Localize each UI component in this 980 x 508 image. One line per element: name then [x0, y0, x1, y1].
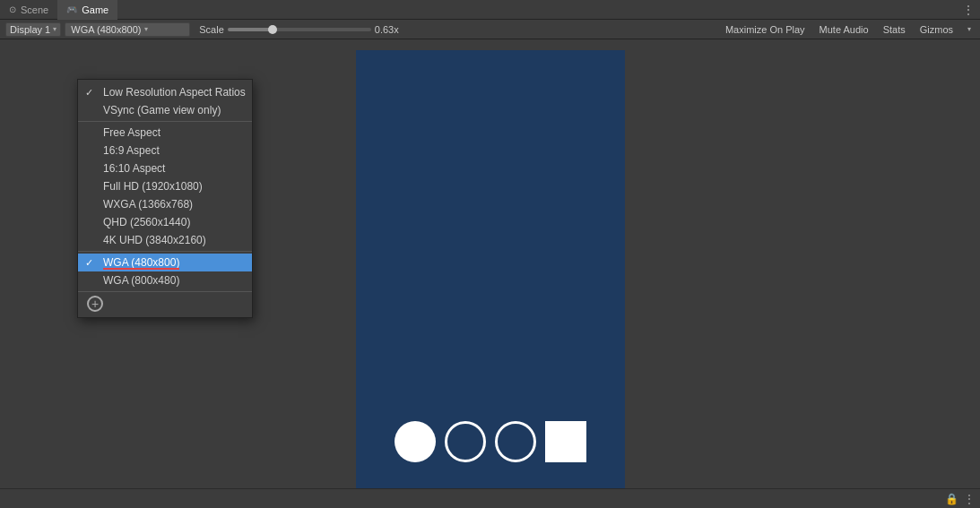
shape-circle-filled: [395, 421, 436, 462]
shape-circle-outline-2: [495, 421, 536, 462]
dropdown-label-wga-480: WGA (480x800): [103, 256, 179, 269]
scale-slider-container: 0.63x: [228, 24, 718, 35]
dropdown-item-free-aspect[interactable]: Free Aspect: [78, 124, 252, 142]
game-canvas: [356, 50, 625, 498]
plus-icon: +: [87, 296, 103, 312]
tab-scene-label: Scene: [21, 4, 48, 15]
resolution-dropdown-menu: Low Resolution Aspect Ratios VSync (Game…: [77, 79, 253, 318]
dropdown-item-16-9[interactable]: 16:9 Aspect: [78, 142, 252, 159]
dropdown-separator-2: [78, 251, 252, 252]
mute-audio-button[interactable]: Mute Audio: [816, 23, 872, 36]
game-shapes: [395, 421, 586, 462]
dropdown-label-qhd: QHD (2560x1440): [103, 216, 190, 228]
dropdown-item-16-10[interactable]: 16:10 Aspect: [78, 159, 252, 177]
dropdown-separator-3: [78, 291, 252, 292]
dropdown-item-qhd[interactable]: QHD (2560x1440): [78, 213, 252, 231]
resolution-chevron-icon: ▾: [144, 25, 148, 33]
dropdown-item-4k-uhd[interactable]: 4K UHD (3840x2160): [78, 231, 252, 249]
dropdown-label-free-aspect: Free Aspect: [103, 126, 160, 139]
scale-label: Scale: [199, 24, 224, 35]
dropdown-item-vsync[interactable]: VSync (Game view only): [78, 101, 252, 119]
dropdown-label-4k-uhd: 4K UHD (3840x2160): [103, 234, 206, 246]
display-chevron-icon: ▾: [53, 25, 56, 33]
dropdown-label-full-hd: Full HD (1920x1080): [103, 180, 203, 193]
dropdown-label-16-10: 16:10 Aspect: [103, 162, 165, 175]
scene-icon: ⊙: [9, 4, 16, 14]
tab-bar: ⊙ Scene 🎮 Game ⋮: [0, 0, 980, 20]
dropdown-item-full-hd[interactable]: Full HD (1920x1080): [78, 177, 252, 195]
resolution-value: WGA (480x800): [71, 24, 141, 35]
gizmos-button[interactable]: Gizmos: [916, 23, 957, 36]
dropdown-item-wga-800[interactable]: WGA (800x480): [78, 271, 252, 289]
tab-scene[interactable]: ⊙ Scene: [0, 0, 57, 20]
toolbar: Display 1 ▾ WGA (480x800) ▾ Scale 0.63x …: [0, 20, 980, 39]
tab-game-label: Game: [82, 4, 108, 15]
dropdown-label-wga-800: WGA (800x480): [103, 274, 179, 287]
gizmos-chevron-icon[interactable]: ▾: [964, 24, 975, 34]
bottom-bar: 🔒 ⋮: [0, 488, 980, 508]
resolution-dropdown[interactable]: WGA (480x800) ▾: [65, 22, 190, 37]
toolbar-right: Maximize On Play Mute Audio Stats Gizmos…: [722, 23, 975, 36]
scale-value: 0.63x: [375, 24, 399, 35]
dropdown-item-wga-480[interactable]: WGA (480x800): [78, 254, 252, 271]
maximize-on-play-button[interactable]: Maximize On Play: [722, 23, 809, 36]
dropdown-label-vsync: VSync (Game view only): [103, 104, 221, 116]
lock-icon[interactable]: 🔒: [945, 493, 958, 505]
scale-slider[interactable]: [228, 28, 371, 31]
tab-overflow-icon: ⋮: [962, 3, 975, 17]
dropdown-separator-1: [78, 121, 252, 122]
tab-overflow-button[interactable]: ⋮: [962, 3, 980, 17]
game-icon: 🎮: [66, 4, 77, 14]
dropdown-label-low-res: Low Resolution Aspect Ratios: [103, 86, 246, 99]
dropdown-label-wxga: WXGA (1366x768): [103, 198, 193, 211]
display-label: Display 1: [10, 24, 50, 35]
dropdown-label-16-9: 16:9 Aspect: [103, 144, 160, 157]
bottom-menu-icon[interactable]: ⋮: [964, 493, 975, 505]
display-dropdown[interactable]: Display 1 ▾: [5, 22, 61, 37]
shape-square: [545, 421, 586, 462]
dropdown-item-low-res[interactable]: Low Resolution Aspect Ratios: [78, 83, 252, 101]
add-resolution-button[interactable]: +: [78, 294, 252, 314]
main-content: Low Resolution Aspect Ratios VSync (Game…: [0, 39, 980, 508]
stats-button[interactable]: Stats: [880, 23, 909, 36]
shape-circle-outline: [445, 421, 486, 462]
scale-slider-thumb: [268, 25, 277, 34]
dropdown-item-wxga[interactable]: WXGA (1366x768): [78, 195, 252, 213]
wga-underline: [103, 268, 179, 270]
tab-game[interactable]: 🎮 Game: [57, 0, 117, 20]
